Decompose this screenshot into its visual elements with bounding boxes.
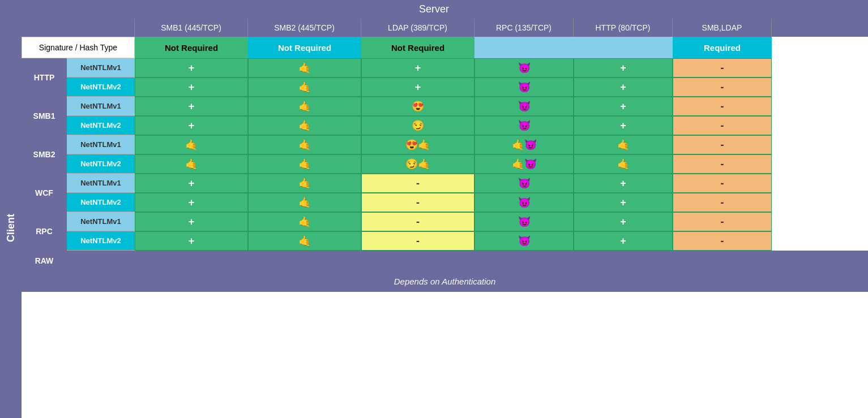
- row-group-rpc: RPCNetNTLMv1+🤙-😈+-NetNTLMv2+🤙-😈+-: [22, 212, 868, 251]
- cell-http-v1-ldap: +: [361, 58, 474, 77]
- cell-smb2-v1-rpc: 🤙😈: [474, 135, 574, 154]
- cell-wcf-v2-smb1: +: [135, 193, 248, 212]
- cell-smb1-v2-smb2: 🤙: [248, 116, 361, 135]
- cell-wcf-v1-ldap: -: [361, 174, 474, 193]
- hash-v1-rpc: NetNTLMv1: [67, 212, 135, 231]
- sig-ldap-val: Not Required: [361, 37, 474, 58]
- cell-wcf-v1-smb2: 🤙: [248, 174, 361, 193]
- hash-v1-wcf: NetNTLMv1: [67, 174, 135, 193]
- raw-content: Depends on Authentication: [22, 271, 868, 292]
- cell-smb2-v1-smb_ldap: -: [673, 135, 772, 154]
- col-header-rpc: RPC (135/TCP): [474, 19, 574, 37]
- cell-rpc-v1-smb_ldap: -: [673, 212, 772, 231]
- cell-rpc-v1-ldap: -: [361, 212, 474, 231]
- cell-smb1-v1-http: +: [574, 97, 673, 116]
- sig-smb1-val: Not Required: [135, 37, 248, 58]
- sig-smb-ldap-val: Required: [673, 37, 772, 58]
- cell-http-v2-smb2: 🤙: [248, 77, 361, 97]
- cell-smb2-v2-smb2: 🤙: [248, 154, 361, 174]
- row-group-wcf: WCFNetNTLMv1+🤙-😈+-NetNTLMv2+🤙-😈+-: [22, 174, 868, 212]
- row-group-smb1: SMB1NetNTLMv1+🤙😍😈+-NetNTLMv2+🤙😏😈+-: [22, 97, 868, 135]
- hash-v2-rpc: NetNTLMv2: [67, 231, 135, 251]
- data-rows: HTTPNetNTLMv1+🤙+😈+-NetNTLMv2+🤙+😈+-SMB1Ne…: [22, 58, 868, 251]
- cell-rpc-v2-smb1: +: [135, 231, 248, 251]
- cell-rpc-v1-smb2: 🤙: [248, 212, 361, 231]
- row-group-http: HTTPNetNTLMv1+🤙+😈+-NetNTLMv2+🤙+😈+-: [22, 58, 868, 97]
- col-header-ldap: LDAP (389/TCP): [361, 19, 474, 37]
- group-label-wcf: WCF: [22, 174, 67, 212]
- cell-smb1-v2-smb1: +: [135, 116, 248, 135]
- hash-v1-smb1: NetNTLMv1: [67, 97, 135, 116]
- cell-wcf-v1-rpc: 😈: [474, 174, 574, 193]
- cell-smb1-v2-smb_ldap: -: [673, 116, 772, 135]
- cell-smb2-v2-ldap: 😏🤙: [361, 154, 474, 174]
- cell-http-v2-smb1: +: [135, 77, 248, 97]
- cell-smb2-v2-http: 🤙: [574, 154, 673, 174]
- cell-smb2-v1-http: 🤙: [574, 135, 673, 154]
- hash-v2-smb2: NetNTLMv2: [67, 154, 135, 174]
- signature-row: Signature / Hash Type Not Required Not R…: [22, 37, 868, 58]
- sig-label: Signature / Hash Type: [22, 37, 135, 58]
- cell-http-v1-smb_ldap: -: [673, 58, 772, 77]
- server-title: Server: [419, 3, 449, 15]
- cell-smb1-v1-ldap: 😍: [361, 97, 474, 116]
- sig-rpc-val: [474, 37, 574, 58]
- cell-rpc-v2-http: +: [574, 231, 673, 251]
- cell-http-v1-rpc: 😈: [474, 58, 574, 77]
- cell-smb1-v1-rpc: 😈: [474, 97, 574, 116]
- cell-smb1-v1-smb_ldap: -: [673, 97, 772, 116]
- sig-http-val: [574, 37, 673, 58]
- cell-http-v2-http: +: [574, 77, 673, 97]
- page-wrapper: Server Client SMB1 (445/TCP) SMB2 (445/T…: [0, 0, 868, 418]
- cell-smb2-v2-smb_ldap: -: [673, 154, 772, 174]
- cell-http-v1-smb2: 🤙: [248, 58, 361, 77]
- cell-wcf-v2-smb2: 🤙: [248, 193, 361, 212]
- main-table: Client SMB1 (445/TCP) SMB2 (445/TCP) LDA…: [0, 19, 868, 418]
- cell-rpc-v2-smb_ldap: -: [673, 231, 772, 251]
- cell-http-v2-ldap: +: [361, 77, 474, 97]
- column-headers: SMB1 (445/TCP) SMB2 (445/TCP) LDAP (389/…: [22, 19, 868, 37]
- hash-v2-http: NetNTLMv2: [67, 77, 135, 97]
- col-header-http: HTTP (80/TCP): [574, 19, 673, 37]
- cell-http-v1-http: +: [574, 58, 673, 77]
- right-content: SMB1 (445/TCP) SMB2 (445/TCP) LDAP (389/…: [22, 19, 868, 418]
- cell-wcf-v1-smb_ldap: -: [673, 174, 772, 193]
- col-header-smb-ldap: SMB,LDAP: [673, 19, 772, 37]
- col-header-smb2: SMB2 (445/TCP): [248, 19, 361, 37]
- cell-rpc-v2-ldap: -: [361, 231, 474, 251]
- cell-smb2-v1-smb1: 🤙: [135, 135, 248, 154]
- cell-http-v2-smb_ldap: -: [673, 77, 772, 97]
- cell-smb2-v1-smb2: 🤙: [248, 135, 361, 154]
- group-label-rpc: RPC: [22, 212, 67, 251]
- cell-smb2-v2-rpc: 🤙😈: [474, 154, 574, 174]
- raw-empty: [67, 251, 135, 271]
- sig-smb2-val: Not Required: [248, 37, 361, 58]
- group-label-smb2: SMB2: [22, 135, 67, 174]
- col-header-smb1: SMB1 (445/TCP): [135, 19, 248, 37]
- group-label-http: HTTP: [22, 58, 67, 97]
- cell-rpc-v1-smb1: +: [135, 212, 248, 231]
- cell-rpc-v1-http: +: [574, 212, 673, 231]
- cell-wcf-v1-http: +: [574, 174, 673, 193]
- raw-label: RAW: [22, 251, 67, 271]
- hash-v1-http: NetNTLMv1: [67, 58, 135, 77]
- col-header-empty: [22, 19, 135, 37]
- raw-row: RAW Depends on Authentication: [22, 251, 868, 292]
- cell-rpc-v1-rpc: 😈: [474, 212, 574, 231]
- hash-v2-wcf: NetNTLMv2: [67, 193, 135, 212]
- cell-wcf-v2-rpc: 😈: [474, 193, 574, 212]
- cell-wcf-v2-http: +: [574, 193, 673, 212]
- hash-v1-smb2: NetNTLMv1: [67, 135, 135, 154]
- cell-smb1-v2-http: +: [574, 116, 673, 135]
- cell-smb1-v2-rpc: 😈: [474, 116, 574, 135]
- cell-http-v1-smb1: +: [135, 58, 248, 77]
- server-header: Server: [0, 0, 868, 19]
- cell-smb1-v2-ldap: 😏: [361, 116, 474, 135]
- group-label-smb1: SMB1: [22, 97, 67, 135]
- cell-smb1-v1-smb1: +: [135, 97, 248, 116]
- cell-wcf-v1-smb1: +: [135, 174, 248, 193]
- cell-wcf-v2-ldap: -: [361, 193, 474, 212]
- cell-smb1-v1-smb2: 🤙: [248, 97, 361, 116]
- cell-rpc-v2-smb2: 🤙: [248, 231, 361, 251]
- cell-smb2-v1-ldap: 😍🤙: [361, 135, 474, 154]
